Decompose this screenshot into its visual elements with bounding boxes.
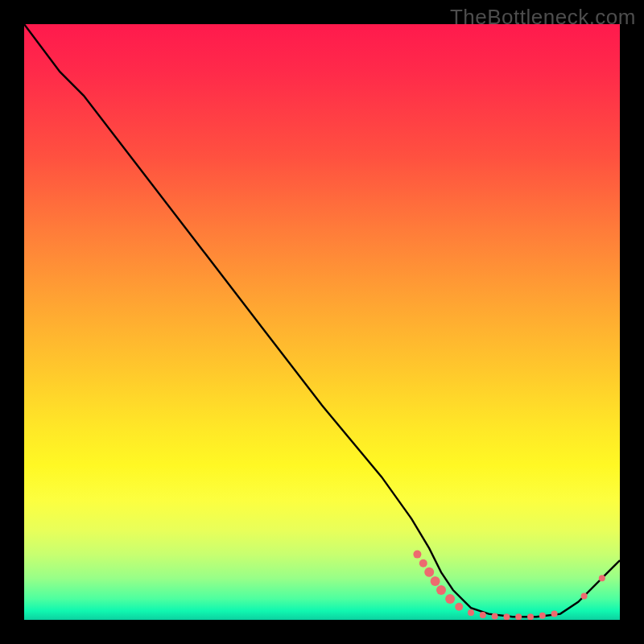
data-marker: [468, 609, 474, 616]
data-marker: [503, 613, 510, 620]
data-marker: [527, 613, 534, 620]
plot-area: [24, 24, 620, 620]
data-marker: [431, 576, 440, 586]
data-marker: [419, 559, 427, 568]
chart-svg: [24, 24, 620, 620]
data-markers: [413, 551, 605, 620]
data-marker: [515, 613, 522, 620]
data-marker: [424, 568, 434, 577]
main-curve: [24, 24, 620, 617]
data-marker: [492, 613, 498, 620]
data-marker: [599, 575, 605, 581]
data-marker: [445, 594, 455, 604]
watermark-text: TheBottleneck.com: [450, 5, 636, 30]
data-marker: [551, 611, 558, 617]
data-marker: [539, 613, 546, 619]
data-marker: [581, 592, 588, 599]
data-marker: [413, 551, 421, 559]
data-marker: [480, 612, 486, 618]
chart-frame: TheBottleneck.com: [0, 0, 644, 644]
data-marker: [455, 603, 463, 611]
data-marker: [436, 585, 446, 595]
